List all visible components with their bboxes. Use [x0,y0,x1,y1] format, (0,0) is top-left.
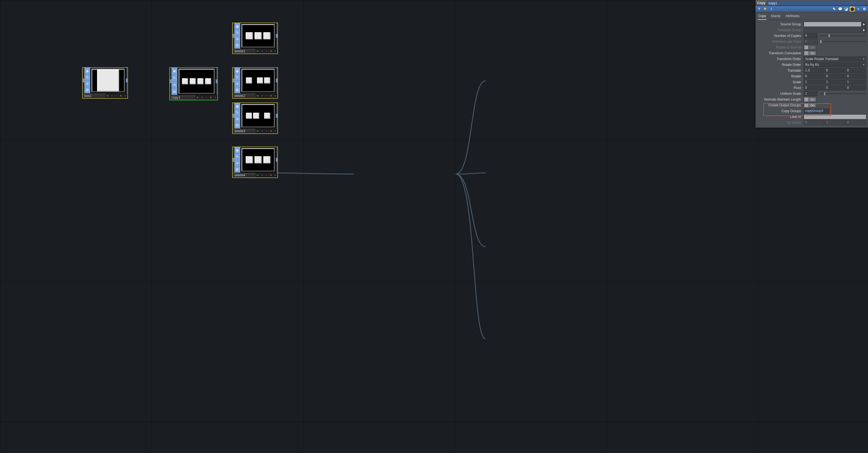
node-output-port[interactable] [276,68,277,93]
ry-field[interactable]: 0 [825,74,845,79]
lock-icon[interactable]: ✎ [235,30,240,36]
node-output-port[interactable] [216,68,217,95]
tx-field[interactable]: 1.3 [804,68,824,73]
node-preview [178,69,215,94]
template-icon[interactable]: ✿ [235,42,240,48]
edit-icon[interactable]: ✎ [832,7,837,11]
ty-field[interactable]: 0 [825,68,845,73]
sy-field[interactable]: 1 [825,79,845,85]
transform-order-dropdown[interactable]: Scale Rotate Translate▼ [804,57,866,61]
bypass-icon[interactable]: ◉ [84,68,90,74]
node-output-port[interactable] [276,23,277,48]
colorswatch-icon[interactable]: ◪ [844,7,849,11]
display-icon[interactable]: ➔ [84,81,90,87]
param-normals-maintain-length: Normals Maintain Length On [757,96,866,102]
node-output-port[interactable] [276,147,277,172]
tz-field[interactable]: 0 [846,68,866,73]
lock-icon[interactable]: ✎ [235,74,240,80]
node-box1[interactable]: ◉ ✎ ➔ ✿ box1 + [82,67,128,99]
param-up-vector: Up Vector 0 1 0 [757,120,866,125]
bypass-icon[interactable]: ◉ [235,68,240,74]
node-preview [241,148,275,172]
display-icon[interactable]: ➔ [235,36,240,42]
node-label[interactable]: delete1 [233,49,255,54]
display-icon[interactable]: ➔ [235,81,240,87]
source-group-field[interactable] [804,22,861,27]
node-output-port[interactable] [126,68,127,93]
template-group-menu: ▶ [862,28,866,33]
node-label[interactable]: box1 [83,93,105,98]
param-create-output-groups: Create Output Groups On [757,102,866,108]
node-copy1[interactable]: ◉ ✎ ➔ ✿ copy1 + [169,67,218,100]
tab-stamp[interactable]: Stamp [770,13,781,20]
template-icon[interactable]: ✿ [235,166,240,172]
tcum-toggle[interactable]: On [804,51,816,56]
node-status-flags: + [105,93,127,98]
uy-field: 1 [825,120,845,125]
lookat-field[interactable] [804,115,866,119]
node-flag-column: ◉ ✎ ➔ ✿ [172,68,178,95]
operator-name-field[interactable]: copy1 [767,1,866,5]
template-icon[interactable]: ✿ [172,88,177,95]
node-label[interactable]: delete3 [233,129,255,133]
rotate-order-dropdown[interactable]: Rx Ry Rz▼ [804,62,866,67]
node-delete3[interactable]: ◉ ✎ ➔ ✿ delete3 + [232,102,278,134]
template-icon[interactable]: ✿ [235,87,240,93]
uscale-slider[interactable] [820,93,866,94]
pz-field[interactable]: 0 [846,86,866,90]
display-icon[interactable]: ➔ [172,82,177,89]
operator-type-label: Copy [757,1,766,5]
sz-field[interactable]: 1 [846,79,866,85]
node-output-port[interactable] [276,103,277,128]
uscale-field[interactable]: 1 [804,91,817,96]
param-translate: Translate 1.3 0 0 [757,67,866,73]
node-label[interactable]: delete4 [233,173,255,177]
source-group-menu[interactable]: ▶ [862,22,866,27]
help-icon[interactable]: ? [756,7,762,11]
bypass-icon[interactable]: ◉ [235,23,240,30]
template-icon[interactable]: ✿ [235,122,240,128]
rx-field[interactable]: 0 [804,74,824,79]
bypass-icon[interactable]: ◉ [235,103,240,109]
node-info-icon[interactable]: ⚑ [763,7,768,11]
template-icon[interactable]: ✿ [84,87,90,93]
ncopies-field[interactable]: 4 [804,33,817,38]
comment-icon[interactable]: 💬 [838,7,843,11]
node-flag-column: ◉ ✎ ➔ ✿ [84,68,90,93]
bypass-icon[interactable]: ◉ [172,68,177,75]
connection-wires [0,0,868,453]
python-icon[interactable]: ⬤ [850,7,855,11]
node-delete4[interactable]: ◉ ✎ ➔ ✿ delete4 + [232,147,278,178]
py-field[interactable]: 0 [825,86,845,90]
sx-field[interactable]: 1 [804,79,824,85]
rz-field[interactable]: 0 [846,74,866,79]
display-icon[interactable]: ➔ [235,160,240,166]
display-icon[interactable]: ➔ [235,116,240,122]
node-delete2[interactable]: ◉ ✎ ➔ ✿ delete2 + [232,67,278,99]
node-graph-canvas[interactable]: ◉ ✎ ➔ ✿ box1 + ◉ [0,0,868,453]
copygroups-field[interactable]: copyGroup3 [804,108,829,114]
node-flag-column: ◉ ✎ ➔ ✿ [235,147,241,172]
node-label[interactable]: delete2 [233,93,255,98]
lock-icon[interactable]: ✎ [235,154,240,160]
lock-icon[interactable]: ✎ [235,109,240,116]
tab-attributes[interactable]: Attributes [785,13,800,20]
node-delete1[interactable]: ◉ ✎ ➔ ✿ delete1 + [232,23,278,54]
lock-icon[interactable]: ✎ [84,74,90,80]
node-flag-column: ◉ ✎ ➔ ✿ [235,68,241,93]
node-label[interactable]: copy1 [170,95,195,100]
tab-copy[interactable]: Copy [758,13,767,20]
param-number-of-copies: Number of Copies 4 [757,33,866,39]
info-icon[interactable]: i [769,7,774,11]
nml-toggle[interactable]: On [804,97,816,102]
px-field[interactable]: 0 [804,86,824,90]
param-source-group: Source Group ▶ [757,21,866,27]
param-uniform-scale: Uniform Scale 1 [757,91,866,96]
gear-icon[interactable]: ⚙ [862,7,867,11]
bypass-icon[interactable]: ◉ [235,147,240,154]
cog-toggle[interactable]: On [804,103,816,108]
ncopies-slider[interactable] [820,35,866,36]
param-transform-cumulative: Transform Cumulative On [757,50,866,56]
add-icon[interactable]: + [856,7,861,11]
lock-icon[interactable]: ✎ [172,75,177,82]
